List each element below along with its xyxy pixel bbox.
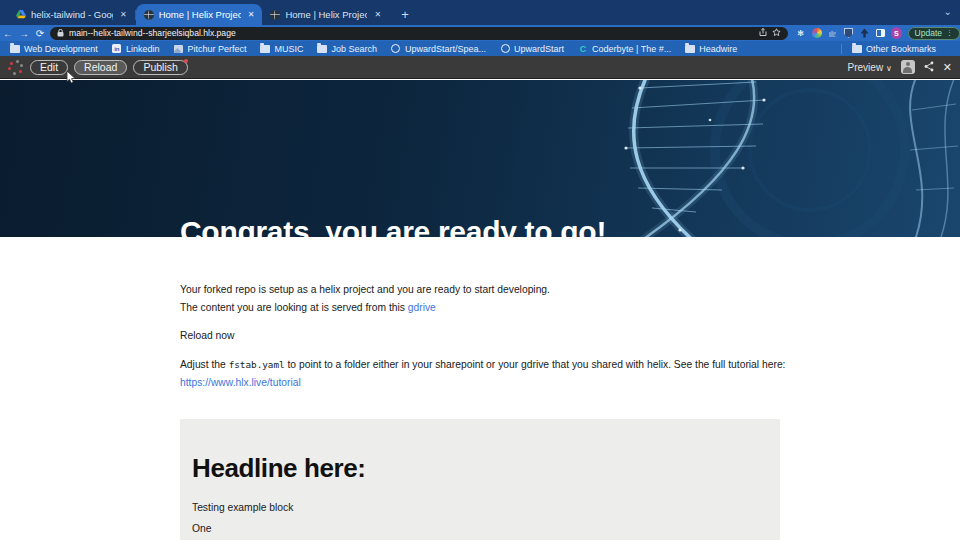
bookmark-music[interactable]: MUSIC xyxy=(260,44,303,54)
hero-section: Congrats, you are ready to go! xyxy=(0,80,960,237)
tab-close-icon[interactable]: ✕ xyxy=(248,10,255,19)
side-panel-icon[interactable] xyxy=(875,28,886,39)
example-block: Headline here: Testing example block One xyxy=(180,419,780,540)
image-icon xyxy=(173,44,183,53)
dna-helix-image xyxy=(560,80,960,237)
tab-close-icon[interactable]: ✕ xyxy=(374,10,381,19)
reload-button-sidekick[interactable]: Reload xyxy=(74,60,127,75)
lock-icon xyxy=(57,29,64,37)
address-toolbar: ← → ⟳ main--helix-tailwind--sharjeelsiqb… xyxy=(0,25,960,41)
extension-colorwheel-icon[interactable] xyxy=(811,28,822,39)
sidekick-share-icon[interactable] xyxy=(924,61,934,74)
intro-copy: Your forked repo is setup as a helix pro… xyxy=(180,281,790,392)
share-icon[interactable] xyxy=(759,28,767,39)
sidekick-logo-icon xyxy=(8,60,23,75)
extension-shield-icon[interactable] xyxy=(843,28,854,39)
folder-icon xyxy=(852,44,862,53)
tab-close-icon[interactable]: ✕ xyxy=(120,10,127,19)
globe-favicon xyxy=(270,10,280,20)
other-bookmarks[interactable]: Other Bookmarks xyxy=(841,44,936,54)
publish-button[interactable]: Publish xyxy=(133,60,187,75)
coderbyte-icon: C xyxy=(578,44,588,53)
url-text: main--helix-tailwind--sharjeelsiqbal.hlx… xyxy=(69,28,754,38)
extension-pin-icon[interactable] xyxy=(859,28,870,39)
github-icon xyxy=(391,44,401,53)
bookmarks-bar: Web Development in Linkedin Pitchur Perf… xyxy=(0,41,960,56)
bookmark-star-icon[interactable] xyxy=(772,28,781,39)
extension-puzzle-icon[interactable] xyxy=(827,28,838,39)
tutorial-link[interactable]: https://www.hlx.live/tutorial xyxy=(180,377,301,388)
preview-mode-dropdown[interactable]: Preview ∨ xyxy=(848,62,892,73)
bookmark-coderbyte[interactable]: C Coderbyte | The #... xyxy=(578,44,671,54)
globe-favicon xyxy=(144,10,154,20)
sidekick-user-avatar[interactable] xyxy=(901,60,915,74)
sidekick-close-icon[interactable]: ✕ xyxy=(943,61,952,74)
fstab-code: fstab.yaml xyxy=(229,359,285,370)
tab-title: helix-tailwind - Google Drive xyxy=(31,9,113,20)
extensions-row: ✻ xyxy=(795,28,886,39)
edit-button[interactable]: Edit xyxy=(30,60,68,75)
folder-icon xyxy=(260,44,270,53)
tab-bar: helix-tailwind - Google Drive ✕ Home | H… xyxy=(0,0,960,25)
profile-avatar[interactable]: S xyxy=(891,27,902,39)
new-tab-button[interactable]: + xyxy=(395,4,415,24)
mouse-cursor xyxy=(66,70,77,84)
update-button[interactable]: Update ⋮ xyxy=(908,27,960,40)
folder-icon xyxy=(317,44,327,53)
helix-sidekick-toolbar: Edit Reload Publish Preview ∨ ✕ xyxy=(0,56,960,79)
reload-now-text: Reload now xyxy=(180,327,790,345)
forward-button[interactable]: → xyxy=(16,28,32,39)
bookmark-headwire[interactable]: Headwire xyxy=(685,44,737,54)
page-content: Your forked repo is setup as a helix pro… xyxy=(0,237,960,540)
bookmark-upwardstart[interactable]: UpwardStart xyxy=(500,44,564,54)
bookmark-job-search[interactable]: Job Search xyxy=(317,44,377,54)
tutorial-line: https://www.hlx.live/tutorial xyxy=(180,374,790,392)
folder-icon xyxy=(10,44,20,53)
google-drive-icon xyxy=(16,10,26,20)
extension-flower-icon[interactable]: ✻ xyxy=(795,28,806,39)
bookmark-pitchur-perfect[interactable]: Pitchur Perfect xyxy=(173,44,246,54)
folder-icon xyxy=(685,44,695,53)
tab-google-drive[interactable]: helix-tailwind - Google Drive ✕ xyxy=(8,4,135,25)
reload-button[interactable]: ⟳ xyxy=(32,28,48,39)
hero-title: Congrats, you are ready to go! xyxy=(180,215,606,237)
bookmark-web-development[interactable]: Web Development xyxy=(10,44,98,54)
back-button[interactable]: ← xyxy=(0,28,16,39)
browser-menu-icon[interactable]: ⋮ xyxy=(946,29,953,37)
address-bar[interactable]: main--helix-tailwind--sharjeelsiqbal.hlx… xyxy=(50,27,788,40)
gdrive-link[interactable]: gdrive xyxy=(408,302,436,313)
github-icon xyxy=(500,44,510,53)
tab-title: Home | Helix Project Tailwind B xyxy=(285,9,367,20)
tab-search-chevron-icon[interactable]: ⌄ xyxy=(944,6,952,17)
bookmark-upwardstart-spea[interactable]: UpwardStart/Spea... xyxy=(391,44,486,54)
tab-helix-home-2[interactable]: Home | Helix Project Tailwind B ✕ xyxy=(262,4,389,25)
tab-helix-home-active[interactable]: Home | Helix Project Tailwind B ✕ xyxy=(136,4,263,25)
linkedin-icon: in xyxy=(112,44,122,53)
fstab-paragraph: Adjust the fstab.yaml to point to a fold… xyxy=(180,356,790,374)
update-label: Update xyxy=(915,28,942,38)
block-text-2: One xyxy=(192,523,780,534)
block-headline: Headline here: xyxy=(192,453,780,484)
publish-badge-dot xyxy=(184,59,188,63)
chevron-down-icon: ∨ xyxy=(886,64,892,73)
intro-line-1: Your forked repo is setup as a helix pro… xyxy=(180,281,790,299)
bookmark-linkedin[interactable]: in Linkedin xyxy=(112,44,160,54)
intro-line-2: The content you are looking at is served… xyxy=(180,299,790,317)
block-text-1: Testing example block xyxy=(192,502,780,513)
tab-title: Home | Helix Project Tailwind B xyxy=(159,9,241,20)
